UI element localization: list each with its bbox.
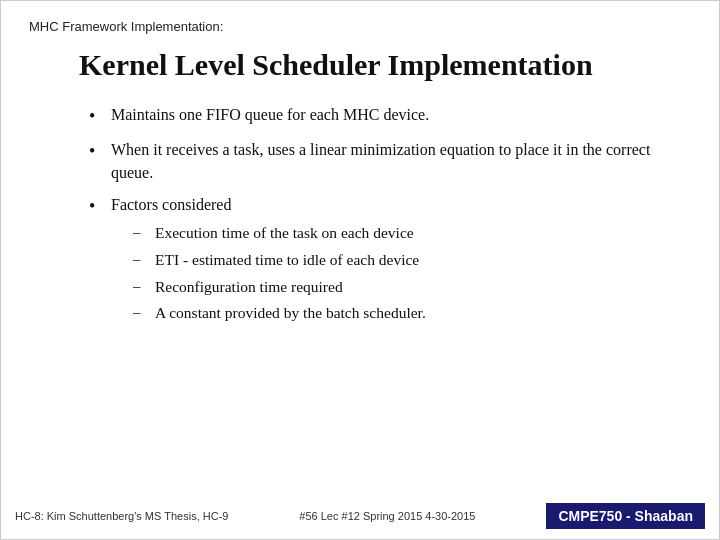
sub-text: Reconfiguration time required xyxy=(155,276,671,298)
footer: HC-8: Kim Schuttenberg's MS Thesis, HC-9… xyxy=(1,503,719,529)
sub-dash: – xyxy=(133,276,155,297)
slide-title: Kernel Level Scheduler Implementation xyxy=(79,48,691,82)
list-item: • Maintains one FIFO queue for each MHC … xyxy=(89,104,671,129)
bullet-dot: • xyxy=(89,194,111,219)
slide-container: MHC Framework Implementation: Kernel Lev… xyxy=(0,0,720,540)
footer-left: HC-8: Kim Schuttenberg's MS Thesis, HC-9 xyxy=(15,510,228,522)
list-item: –Reconfiguration time required xyxy=(133,276,671,298)
bullet-dot: • xyxy=(89,139,111,164)
sub-dash: – xyxy=(133,302,155,323)
sub-text: Execution time of the task on each devic… xyxy=(155,222,671,244)
list-item: –Execution time of the task on each devi… xyxy=(133,222,671,244)
bullet-list: • Maintains one FIFO queue for each MHC … xyxy=(89,104,671,329)
content-area: • Maintains one FIFO queue for each MHC … xyxy=(89,104,671,329)
list-item: –A constant provided by the batch schedu… xyxy=(133,302,671,324)
footer-right: CMPE750 - Shaaban xyxy=(546,503,705,529)
sub-list: –Execution time of the task on each devi… xyxy=(133,222,671,324)
bullet-text: Factors considered –Execution time of th… xyxy=(111,194,671,329)
footer-center: #56 Lec #12 Spring 2015 4-30-2015 xyxy=(299,510,475,522)
sub-dash: – xyxy=(133,222,155,243)
list-item: • Factors considered –Execution time of … xyxy=(89,194,671,329)
bullet-text: Maintains one FIFO queue for each MHC de… xyxy=(111,104,671,126)
sub-dash: – xyxy=(133,249,155,270)
top-label: MHC Framework Implementation: xyxy=(29,19,691,34)
bullet-dot: • xyxy=(89,104,111,129)
sub-text: A constant provided by the batch schedul… xyxy=(155,302,671,324)
sub-text: ETI - estimated time to idle of each dev… xyxy=(155,249,671,271)
list-item: –ETI - estimated time to idle of each de… xyxy=(133,249,671,271)
bullet-text: When it receives a task, uses a linear m… xyxy=(111,139,671,184)
list-item: • When it receives a task, uses a linear… xyxy=(89,139,671,184)
